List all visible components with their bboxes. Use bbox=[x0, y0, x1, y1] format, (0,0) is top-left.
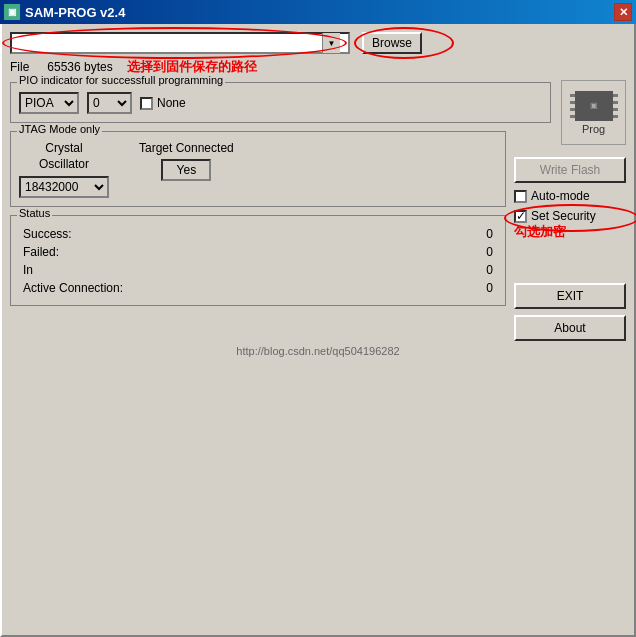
spacer-top bbox=[514, 131, 626, 151]
set-security-label: Set Security bbox=[531, 209, 596, 223]
status-active-value: 0 bbox=[473, 281, 493, 295]
none-label: None bbox=[157, 96, 186, 110]
main-content-layout: JTAG Mode only CrystalOscillator 1843200… bbox=[10, 131, 626, 341]
auto-mode-checkbox[interactable] bbox=[514, 190, 527, 203]
status-failed-value: 0 bbox=[473, 245, 493, 259]
status-row-success: Success: 0 bbox=[19, 225, 497, 243]
watermark: http://blog.csdn.net/qq504196282 bbox=[10, 345, 626, 357]
status-row-in: In 0 bbox=[19, 261, 497, 279]
auto-mode-row[interactable]: Auto-mode bbox=[514, 189, 626, 203]
security-wrapper: Set Security 勾选加密 bbox=[514, 209, 626, 241]
crystal-label: CrystalOscillator bbox=[19, 141, 109, 172]
file-combo-dropdown-arrow[interactable]: ▼ bbox=[322, 33, 340, 53]
target-label: Target Connected bbox=[139, 141, 234, 155]
pio-row: PIOA PIOB PIOC 0123 4567 None bbox=[19, 92, 542, 114]
exit-button[interactable]: EXIT bbox=[514, 283, 626, 309]
left-section: JTAG Mode only CrystalOscillator 1843200… bbox=[10, 131, 506, 341]
jtag-group: JTAG Mode only CrystalOscillator 1843200… bbox=[10, 131, 506, 207]
status-failed-label: Failed: bbox=[23, 245, 59, 259]
chip-pins-right bbox=[613, 94, 618, 97]
jtag-target-col: Target Connected Yes bbox=[139, 141, 234, 181]
crystal-select[interactable]: 18432000 bbox=[19, 176, 109, 198]
pio-select[interactable]: PIOA PIOB PIOC bbox=[19, 92, 79, 114]
app-title: SAM-PROG v2.4 bbox=[25, 5, 125, 20]
prog-chip: ▣ bbox=[575, 91, 613, 121]
auto-mode-label: Auto-mode bbox=[531, 189, 590, 203]
right-section: Write Flash Auto-mode Set Security 勾选加密 … bbox=[506, 131, 626, 341]
title-bar: ▣ SAM-PROG v2.4 ✕ bbox=[0, 0, 636, 24]
file-size: 65536 bytes bbox=[47, 60, 112, 74]
none-checkbox-label[interactable]: None bbox=[140, 96, 186, 110]
close-button[interactable]: ✕ bbox=[614, 3, 632, 21]
jtag-inner: CrystalOscillator 18432000 Target Connec… bbox=[19, 141, 497, 198]
pio-section: PIO indicator for successfull programmin… bbox=[10, 82, 626, 123]
app-icon: ▣ bbox=[4, 4, 20, 20]
set-security-checkbox[interactable] bbox=[514, 210, 527, 223]
jtag-group-title: JTAG Mode only bbox=[17, 123, 102, 135]
jtag-crystal-col: CrystalOscillator 18432000 bbox=[19, 141, 109, 198]
pio-group: PIO indicator for successfull programmin… bbox=[10, 82, 551, 123]
target-yes-button[interactable]: Yes bbox=[161, 159, 211, 181]
write-flash-button[interactable]: Write Flash bbox=[514, 157, 626, 183]
spacer-mid bbox=[514, 247, 626, 277]
status-active-label: Active Connection: bbox=[23, 281, 123, 295]
status-in-value: 0 bbox=[473, 263, 493, 277]
watermark-text: http://blog.csdn.net/qq504196282 bbox=[236, 345, 399, 357]
status-success-label: Success: bbox=[23, 227, 72, 241]
status-success-value: 0 bbox=[473, 227, 493, 241]
file-path-combo[interactable]: D:\jlink-v8.bin ▼ bbox=[10, 32, 350, 54]
chip-text: ▣ bbox=[590, 101, 598, 110]
file-path-row: D:\jlink-v8.bin ▼ Browse bbox=[10, 32, 626, 54]
none-checkbox[interactable] bbox=[140, 97, 153, 110]
about-button[interactable]: About bbox=[514, 315, 626, 341]
status-in-label: In bbox=[23, 263, 33, 277]
set-security-row[interactable]: Set Security bbox=[514, 209, 626, 223]
pio-group-title: PIO indicator for successfull programmin… bbox=[17, 74, 225, 86]
title-bar-left: ▣ SAM-PROG v2.4 bbox=[4, 4, 125, 20]
chip-pins-left bbox=[570, 94, 575, 97]
pin-select[interactable]: 0123 4567 bbox=[87, 92, 132, 114]
status-row-failed: Failed: 0 bbox=[19, 243, 497, 261]
file-label: File bbox=[10, 60, 29, 74]
status-group: Status Success: 0 Failed: 0 In 0 Active … bbox=[10, 215, 506, 306]
status-group-title: Status bbox=[17, 207, 52, 219]
browse-button[interactable]: Browse bbox=[362, 32, 422, 54]
security-annotation: 勾选加密 bbox=[514, 223, 626, 241]
file-path-input[interactable]: D:\jlink-v8.bin bbox=[12, 36, 322, 50]
main-window: D:\jlink-v8.bin ▼ Browse File 65536 byte… bbox=[0, 24, 636, 637]
status-row-active: Active Connection: 0 bbox=[19, 279, 497, 297]
